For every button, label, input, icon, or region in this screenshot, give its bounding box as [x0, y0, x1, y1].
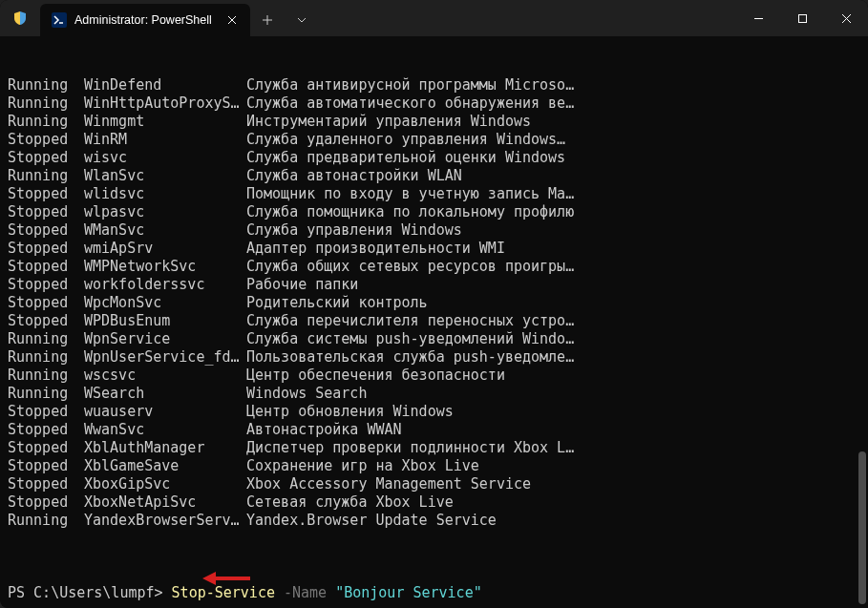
minimize-button[interactable] [736, 0, 780, 36]
maximize-button[interactable] [780, 0, 824, 36]
tab-title: Administrator: PowerShell [74, 13, 216, 27]
tab-active[interactable]: Administrator: PowerShell [40, 4, 250, 36]
service-row: RunningWpnUserService_fd…Пользовательска… [8, 348, 860, 367]
service-row: StoppedWpcMonSvcРодительский контроль [8, 294, 860, 312]
service-row: StoppedXboxGipSvcXbox Accessory Manageme… [8, 475, 860, 493]
service-row: StoppedWinRMСлужба удаленного управления… [8, 131, 860, 149]
command-line-1: PS C:\Users\lumpf> Stop-Service -Name "B… [8, 584, 860, 602]
new-tab-button[interactable] [250, 4, 285, 36]
uac-shield-icon [0, 0, 40, 36]
service-row: StoppedwlidsvcПомощник по входу в учетну… [8, 185, 860, 203]
service-row: StoppedwuauservЦентр обновления Windows [8, 403, 860, 421]
service-row: RunningwscsvcЦентр обеспечения безопасно… [8, 367, 860, 385]
service-row: StoppedwisvcСлужба предварительной оценк… [8, 149, 860, 167]
powershell-icon [52, 12, 67, 28]
service-row: StoppedWManSvcСлужба управления Windows [8, 221, 860, 240]
service-row: StoppedWMPNetworkSvcСлужба общих сетевых… [8, 258, 860, 276]
service-row: RunningWSearchWindows Search [8, 385, 860, 403]
terminal-window: Administrator: PowerShell RunningWinDefe… [0, 0, 868, 608]
svg-rect-1 [798, 14, 806, 22]
tab-dropdown-button[interactable] [285, 4, 319, 36]
service-row: StoppedXblAuthManagerДиспетчер проверки … [8, 439, 860, 457]
service-row: StoppedwlpasvcСлужба помощника по локаль… [8, 203, 860, 221]
close-button[interactable] [824, 0, 868, 36]
service-row: RunningWinmgmtИнструментарий управления … [8, 113, 860, 131]
service-row: RunningWpnServiceСлужба системы push-уве… [8, 330, 860, 348]
titlebar: Administrator: PowerShell [0, 0, 868, 36]
service-row: StoppedworkfolderssvcРабочие папки [8, 276, 860, 294]
service-row: StoppedWPDBusEnumСлужба перечислителя пе… [8, 312, 860, 330]
service-row: RunningYandexBrowserServ…Yandex.Browser … [8, 512, 860, 530]
svg-marker-3 [202, 572, 216, 585]
service-row: RunningWinHttpAutoProxyS…Служба автомати… [8, 94, 860, 113]
tab-close-button[interactable] [223, 11, 241, 29]
service-row: RunningWlanSvcСлужба автонастройки WLAN [8, 167, 860, 185]
service-row: StoppedWwanSvcАвтонастройка WWAN [8, 421, 860, 439]
scrollbar-thumb[interactable] [858, 451, 866, 604]
service-row: RunningWinDefendСлужба антивирусной прог… [8, 76, 860, 94]
scrollbar[interactable] [857, 36, 868, 608]
service-row: StoppedwmiApSrvАдаптер производительност… [8, 240, 860, 258]
service-row: StoppedXblGameSaveСохранение игр на Xbox… [8, 457, 860, 475]
terminal-output[interactable]: RunningWinDefendСлужба антивирусной прог… [0, 36, 868, 608]
service-row: StoppedXboxNetApiSvcСетевая служба Xbox … [8, 493, 860, 512]
